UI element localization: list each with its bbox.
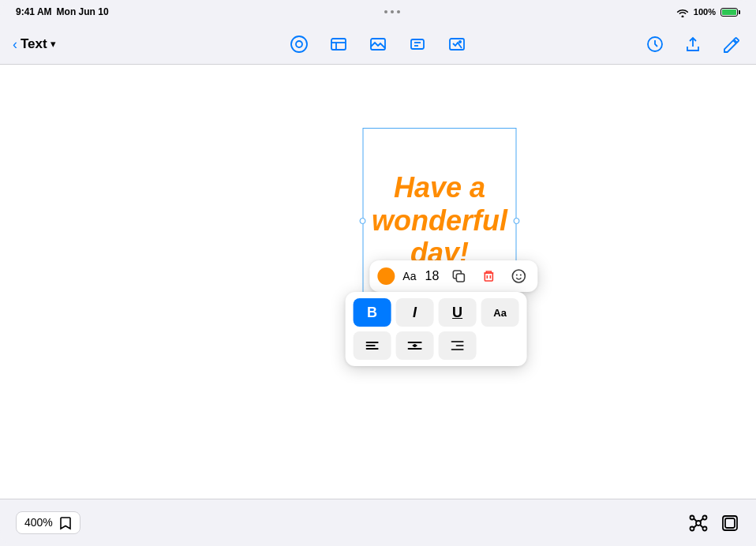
nodes-icon-btn[interactable] [688, 512, 709, 533]
svg-point-20 [520, 275, 522, 276]
svg-rect-6 [411, 39, 424, 49]
bottom-right-icons [688, 512, 740, 533]
main-toolbar: ‹ Text ▾ [0, 24, 756, 65]
format-toolbar: B I U Aa [346, 292, 527, 366]
status-bar-right: 100% [676, 6, 740, 18]
toolbar-right [642, 32, 743, 57]
emoji-icon-btn[interactable] [507, 265, 530, 287]
toolbar-center [286, 32, 470, 57]
align-left-btn[interactable] [354, 331, 391, 360]
title-chevron-icon: ▾ [51, 38, 56, 50]
edit-icon-btn[interactable] [718, 32, 743, 57]
text-box-content: Have a wonderful day! [372, 171, 507, 269]
layers-icon-btn[interactable] [720, 512, 740, 533]
annotation-icon-btn[interactable] [286, 32, 312, 57]
share-icon-btn[interactable] [680, 32, 705, 57]
status-bar: 9:41 AM Mon Jun 10 100% [0, 0, 756, 24]
zoom-badge[interactable]: 400% [16, 511, 80, 533]
title-area[interactable]: Text ▾ [21, 36, 56, 52]
color-picker-dot[interactable] [377, 267, 395, 285]
context-toolbar: Aa 18 [369, 260, 537, 292]
font-size-label[interactable]: 18 [424, 269, 440, 283]
table-icon-btn[interactable] [326, 32, 351, 57]
dot3 [397, 10, 400, 13]
align-right-btn[interactable] [439, 331, 477, 360]
font-label[interactable]: Aa [402, 270, 416, 282]
bottom-bar: 400% [0, 499, 756, 546]
italic-btn[interactable]: I [396, 298, 434, 327]
page-title: Text [21, 36, 47, 52]
align-center-btn[interactable] [396, 331, 434, 360]
handle-left[interactable] [360, 218, 366, 224]
svg-point-18 [512, 270, 525, 282]
svg-line-31 [700, 518, 703, 522]
canvas-area: Have a wonderful day! Aa 18 [0, 65, 756, 499]
back-button[interactable]: ‹ [13, 37, 17, 51]
media-icon-btn[interactable] [365, 32, 391, 57]
svg-rect-35 [725, 518, 735, 528]
clock-icon-btn[interactable] [642, 32, 668, 57]
battery-percent: 100% [694, 7, 716, 17]
svg-point-0 [291, 36, 307, 52]
svg-line-33 [700, 525, 703, 528]
svg-rect-2 [331, 39, 346, 50]
underline-btn[interactable]: U [439, 298, 477, 327]
dot1 [384, 10, 387, 13]
svg-line-32 [694, 525, 697, 528]
align-right-icon [451, 341, 464, 350]
status-bar-left: 9:41 AM Mon Jun 10 [16, 6, 109, 17]
status-bar-center [384, 10, 400, 13]
align-left-icon [366, 342, 379, 350]
toolbar-left: ‹ Text ▾ [13, 36, 56, 52]
wifi-icon [676, 6, 689, 18]
svg-point-19 [516, 275, 518, 276]
case-btn[interactable]: Aa [481, 298, 519, 327]
battery-icon [720, 8, 740, 17]
textbox-icon-btn[interactable] [405, 32, 430, 57]
format-row-2 [354, 331, 519, 360]
image-icon-btn[interactable] [444, 32, 470, 57]
status-date: Mon Jun 10 [57, 6, 109, 17]
copy-icon-btn[interactable] [447, 265, 470, 287]
zoom-level: 400% [24, 516, 53, 529]
status-time: 9:41 AM [16, 6, 52, 17]
handle-right[interactable] [514, 218, 520, 224]
svg-rect-14 [456, 274, 464, 282]
svg-point-12 [458, 40, 462, 43]
back-chevron-icon: ‹ [13, 37, 17, 51]
svg-rect-15 [485, 273, 492, 281]
svg-point-1 [296, 41, 302, 47]
delete-icon-btn[interactable] [477, 265, 500, 287]
format-row-1: B I U Aa [354, 298, 519, 327]
svg-line-30 [694, 518, 697, 522]
dot2 [391, 10, 394, 13]
bookmark-icon [59, 515, 72, 529]
align-center-icon [407, 339, 423, 352]
bold-btn[interactable]: B [354, 298, 391, 327]
